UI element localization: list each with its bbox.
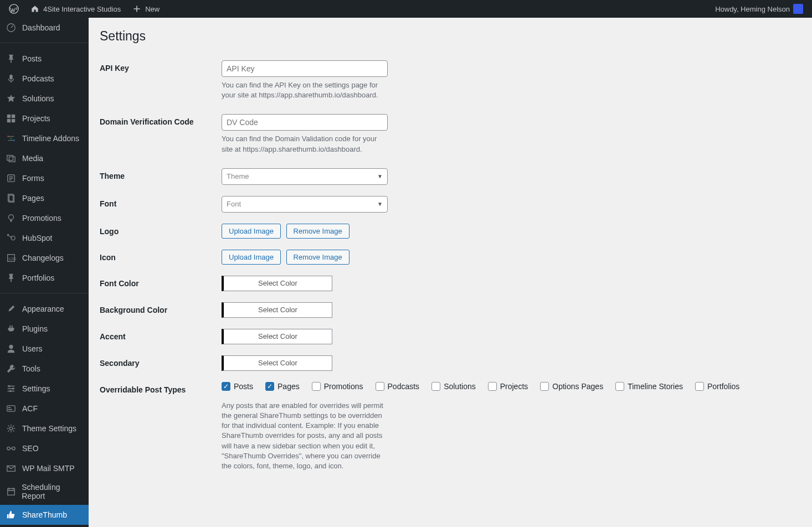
home-icon xyxy=(30,4,40,14)
icon-remove-button[interactable]: Remove Image xyxy=(286,250,350,265)
sidebar-item-users[interactable]: Users xyxy=(0,339,89,359)
sidebar-item-dashboard[interactable]: Dashboard xyxy=(0,18,89,38)
logo-upload-button[interactable]: Upload Image xyxy=(222,224,281,239)
page-title: Settings xyxy=(100,29,801,44)
checkbox-label: Podcasts xyxy=(388,382,420,391)
wrench-icon xyxy=(6,363,17,374)
mail-icon xyxy=(6,463,17,474)
checkbox-pages[interactable]: Pages xyxy=(265,382,300,391)
checkbox-icon xyxy=(312,382,321,391)
sidebar-item-forms[interactable]: Forms xyxy=(0,168,89,188)
sidebar-item-label: Dashboard xyxy=(22,23,60,32)
checkbox-posts[interactable]: Posts xyxy=(222,382,253,391)
sidebar-item-tools[interactable]: Tools xyxy=(0,359,89,379)
checkbox-label: Promotions xyxy=(324,382,363,391)
sidebar-item-hubspot[interactable]: HubSpot xyxy=(0,228,89,248)
bg-color-label: Background Color xyxy=(100,302,222,314)
new-content[interactable]: New xyxy=(127,0,164,18)
icon-upload-button[interactable]: Upload Image xyxy=(222,250,281,265)
checkbox-projects[interactable]: Projects xyxy=(488,382,528,391)
dashboard-icon xyxy=(6,22,17,33)
sidebar-item-appearance[interactable]: Appearance xyxy=(0,299,89,319)
svg-point-23 xyxy=(9,390,12,392)
sidebar-item-promotions[interactable]: Promotions xyxy=(0,208,89,228)
checkbox-label: Projects xyxy=(500,382,528,391)
checkbox-icon xyxy=(615,382,624,391)
svg-point-16 xyxy=(11,236,15,240)
sidebar-item-acf[interactable]: ACF xyxy=(0,399,89,418)
site-link[interactable]: 4Site Interactive Studios xyxy=(25,0,125,18)
theme-label: Theme xyxy=(100,168,222,180)
new-label: New xyxy=(145,5,160,13)
checkbox-podcasts[interactable]: Podcasts xyxy=(376,382,420,391)
accent-color-picker[interactable]: Select Color xyxy=(222,329,332,344)
svg-text:LOG: LOG xyxy=(9,257,16,261)
font-select[interactable]: Font▼ xyxy=(222,196,388,213)
sidebar-item-label: Timeline Addons xyxy=(22,134,79,143)
api-key-input[interactable] xyxy=(222,60,388,77)
wp-logo[interactable] xyxy=(4,0,23,18)
sidebar-item-pages[interactable]: Pages xyxy=(0,188,89,208)
font-color-label: Font Color xyxy=(100,276,222,288)
sidebar-item-theme-settings[interactable]: Theme Settings xyxy=(0,418,89,438)
theme-select[interactable]: Theme▼ xyxy=(222,168,388,185)
user-icon xyxy=(6,343,17,354)
checkbox-timeline-stories[interactable]: Timeline Stories xyxy=(615,382,683,391)
sidebar-item-wp-mail-smtp[interactable]: WP Mail SMTP xyxy=(0,458,89,478)
logo-remove-button[interactable]: Remove Image xyxy=(286,224,350,239)
media-icon xyxy=(6,153,17,164)
sliders-icon xyxy=(6,383,17,394)
forms-icon xyxy=(6,173,17,184)
icon-label: Icon xyxy=(100,250,222,262)
sidebar-item-projects[interactable]: Projects xyxy=(0,108,89,128)
checkbox-icon xyxy=(695,382,704,391)
checkbox-solutions[interactable]: Solutions xyxy=(431,382,476,391)
sidebar-item-changelogs[interactable]: LOGChangelogs xyxy=(0,248,89,268)
sidebar-item-label: Forms xyxy=(22,174,44,183)
checkbox-label: Posts xyxy=(234,382,253,391)
dv-code-input[interactable] xyxy=(222,114,388,131)
pin-icon xyxy=(6,272,17,283)
sidebar-item-label: Scheduling Report xyxy=(22,483,83,500)
sidebar-item-media[interactable]: Media xyxy=(0,148,89,168)
sidebar-item-label: ShareThumb xyxy=(22,510,67,519)
secondary-color-picker[interactable]: Select Color xyxy=(222,355,332,371)
sidebar-item-portfolios[interactable]: Portfolios xyxy=(0,268,89,288)
admin-bar: 4Site Interactive Studios New Howdy, Hem… xyxy=(0,0,812,18)
checkbox-options-pages[interactable]: Options Pages xyxy=(540,382,603,391)
sidebar-item-settings[interactable]: Settings xyxy=(0,379,89,399)
sidebar-item-solutions[interactable]: Solutions xyxy=(0,89,89,108)
thumb-icon xyxy=(6,509,17,520)
api-key-desc: You can find the API Key on the settings… xyxy=(222,80,388,100)
brush-icon xyxy=(6,303,17,314)
bulb-icon xyxy=(6,213,17,224)
sidebar-item-label: Tools xyxy=(22,364,40,373)
sidebar-item-posts[interactable]: Posts xyxy=(0,49,89,69)
user-greeting[interactable]: Howdy, Heming Nelson xyxy=(711,0,808,18)
svg-point-28 xyxy=(7,447,10,450)
checkbox-promotions[interactable]: Promotions xyxy=(312,382,363,391)
mic-icon xyxy=(6,73,17,84)
checkbox-label: Portfolios xyxy=(707,382,739,391)
sidebar-item-label: Changelogs xyxy=(22,254,64,262)
sidebar-item-scheduling-report[interactable]: Scheduling Report xyxy=(0,478,89,505)
sidebar-item-sharethumb[interactable]: ShareThumb xyxy=(0,505,89,525)
svg-point-22 xyxy=(12,388,14,390)
checkbox-label: Timeline Stories xyxy=(628,382,683,391)
bg-color-picker[interactable]: Select Color xyxy=(222,302,332,318)
font-color-picker[interactable]: Select Color xyxy=(222,276,332,291)
checkbox-label: Options Pages xyxy=(552,382,603,391)
svg-rect-4 xyxy=(12,115,15,118)
api-key-label: API Key xyxy=(100,60,222,73)
sidebar-item-plugins[interactable]: Plugins xyxy=(0,319,89,339)
sidebar-item-seo[interactable]: SEO xyxy=(0,438,89,458)
sidebar-item-podcasts[interactable]: Podcasts xyxy=(0,69,89,89)
svg-rect-6 xyxy=(12,119,15,122)
checkbox-portfolios[interactable]: Portfolios xyxy=(695,382,739,391)
sidebar-item-standup-settings[interactable]: Standup Settings xyxy=(0,525,89,527)
sidebar-item-label: Settings xyxy=(22,384,50,393)
sidebar-item-timeline-addons[interactable]: Timeline Addons xyxy=(0,128,89,148)
pin-icon xyxy=(6,53,17,64)
sidebar-item-label: HubSpot xyxy=(22,234,52,242)
grid-icon xyxy=(6,113,17,124)
